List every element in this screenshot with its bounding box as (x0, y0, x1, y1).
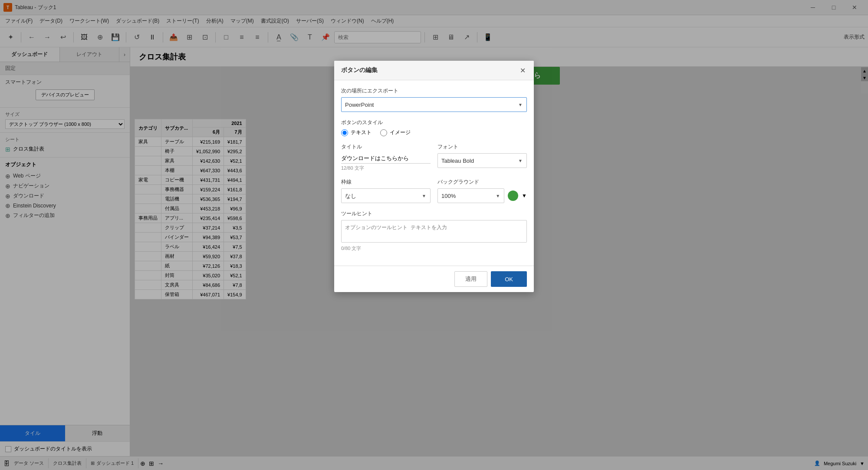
modal-footer: 適用 OK (334, 266, 534, 292)
title-label: タイトル (341, 143, 431, 151)
border-select[interactable]: なし (341, 188, 431, 203)
edit-button-modal: ボタンの編集 ✕ 次の場所にエクスポート PowerPoint PDF Imag… (334, 61, 534, 292)
title-input[interactable] (341, 153, 431, 164)
font-select-wrapper: Tableau Bold (437, 153, 527, 168)
bg-value-row: 100% ▼ (437, 188, 527, 203)
font-label: フォント (437, 143, 527, 151)
title-font-row: タイトル 12/80 文字 フォント Tableau Bold (341, 143, 527, 171)
style-text-radio[interactable] (341, 129, 348, 136)
style-image-label: イメージ (390, 129, 411, 136)
ok-button[interactable]: OK (491, 271, 527, 287)
border-bg-row: 枠線 なし バックグラウンド 100% (341, 178, 527, 203)
style-text-option[interactable]: テキスト (341, 129, 372, 136)
modal-header: ボタンの編集 ✕ (334, 61, 534, 80)
border-col: 枠線 なし (341, 178, 431, 203)
border-select-wrapper: なし (341, 188, 431, 203)
style-image-radio[interactable] (380, 129, 387, 136)
modal-overlay: ボタンの編集 ✕ 次の場所にエクスポート PowerPoint PDF Imag… (0, 0, 868, 470)
modal-close-button[interactable]: ✕ (518, 66, 527, 75)
tooltip-input[interactable] (341, 220, 527, 243)
bg-dropdown-icon[interactable]: ▼ (522, 193, 527, 199)
font-select[interactable]: Tableau Bold (437, 153, 527, 168)
style-text-label: テキスト (351, 129, 372, 136)
export-select[interactable]: PowerPoint PDF Image (341, 97, 527, 112)
bg-select[interactable]: 100% (437, 188, 504, 203)
export-section: 次の場所にエクスポート PowerPoint PDF Image (341, 87, 527, 112)
style-image-option[interactable]: イメージ (380, 129, 411, 136)
tooltip-section: ツールヒント 0/80 文字 (341, 210, 527, 252)
title-char-count: 12/80 文字 (341, 165, 431, 171)
tooltip-char-count: 0/80 文字 (341, 245, 527, 252)
border-label: 枠線 (341, 178, 431, 186)
apply-button[interactable]: 適用 (454, 271, 487, 287)
export-label: 次の場所にエクスポート (341, 87, 527, 95)
modal-title: ボタンの編集 (341, 66, 378, 74)
tooltip-label: ツールヒント (341, 210, 527, 217)
bg-label: バックグラウンド (437, 178, 527, 186)
title-col: タイトル 12/80 文字 (341, 143, 431, 171)
font-col: フォント Tableau Bold (437, 143, 527, 171)
bg-col: バックグラウンド 100% ▼ (437, 178, 527, 203)
button-style-section: ボタンのスタイル テキスト イメージ (341, 119, 527, 136)
bg-color-circle[interactable] (508, 191, 518, 201)
modal-body: 次の場所にエクスポート PowerPoint PDF Image ボタンのスタイ… (334, 80, 534, 266)
export-select-wrapper: PowerPoint PDF Image (341, 97, 527, 112)
button-style-radio-group: テキスト イメージ (341, 129, 527, 136)
bg-select-wrapper: 100% (437, 188, 504, 203)
button-style-label: ボタンのスタイル (341, 119, 527, 126)
